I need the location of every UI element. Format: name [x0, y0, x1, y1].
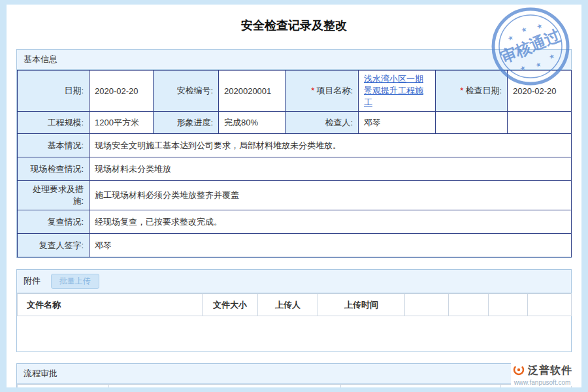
project-name-label: *项目名称:: [286, 71, 359, 112]
table-row: 日期: 2020-02-20 安检编号: 2020020001 *项目名称: 浅…: [18, 71, 572, 112]
col-file-name: 文件名称: [18, 294, 203, 316]
site-check-value: 现场材料未分类堆放: [90, 157, 572, 181]
project-name-label-text: 项目名称:: [316, 86, 353, 95]
empty-cell: [508, 112, 572, 134]
approval-table: 流程节点 审批意见 提交人 提交时间: [17, 384, 572, 387]
attachments-section: 附件 批量上传 文件名称 文件大小 上传人 上传时间: [16, 269, 572, 352]
site-check-label: 现场检查情况:: [18, 157, 90, 181]
basic-info-table: 日期: 2020-02-20 安检编号: 2020020001 *项目名称: 浅…: [17, 70, 572, 257]
check-date-label: *检查日期:: [436, 71, 508, 112]
check-date-value: 2020-02-20: [508, 71, 572, 112]
empty-column: [489, 294, 528, 316]
table-row: 工程规模: 1200平方米 形象进度: 完成80% 检查人: 邓琴: [18, 112, 572, 134]
scale-value: 1200平方米: [90, 112, 154, 134]
table-row: 复查情况: 经现场复查，已按要求整改完成。: [18, 210, 572, 234]
attachments-empty-area: [17, 316, 571, 351]
attachments-header-bar: 附件 批量上传: [17, 270, 571, 293]
check-date-label-text: 检查日期:: [465, 86, 502, 95]
batch-upload-button[interactable]: 批量上传: [51, 274, 99, 289]
required-mark: *: [311, 86, 314, 95]
col-file-size: 文件大小: [203, 294, 258, 316]
page-title: 安全检查记录及整改: [7, 5, 581, 49]
col-uploader: 上传人: [258, 294, 318, 316]
measures-value: 施工现场材料必须分类堆放整齐并覆盖: [90, 181, 572, 210]
empty-column: [405, 294, 449, 316]
brand-url: www.fanpusoft.com: [512, 379, 572, 386]
brand-footer: 泛普软件 www.fanpusoft.com: [511, 363, 574, 386]
date-label: 日期:: [18, 71, 90, 112]
table-row: 基本情况: 现场安全文明施工基本达到公司要求，局部材料堆放未分类堆放。: [18, 134, 572, 157]
date-value: 2020-02-20: [90, 71, 154, 112]
inspection-no-value: 2020020001: [219, 71, 286, 112]
measures-label: 处理要求及措施:: [18, 181, 90, 210]
attachments-table: 文件名称 文件大小 上传人 上传时间: [17, 293, 572, 316]
basic-info-section: 基本信息 日期: 2020-02-20 安检编号: 2020020001 *项目…: [16, 49, 572, 258]
inspection-no-label: 安检编号:: [154, 71, 219, 112]
signature-label: 复查人签字:: [18, 234, 90, 257]
empty-column: [449, 294, 489, 316]
project-name-value: 浅水湾小区一期景观提升工程施工: [359, 71, 436, 112]
basic-info-header: 基本信息: [17, 50, 571, 70]
col-flow-node: 流程节点: [18, 385, 109, 388]
required-mark: *: [460, 86, 463, 95]
attachments-header-row: 文件名称 文件大小 上传人 上传时间: [18, 294, 572, 316]
table-row: 现场检查情况: 现场材料未分类堆放: [18, 157, 572, 181]
table-row: 处理要求及措施: 施工现场材料必须分类堆放整齐并覆盖: [18, 181, 572, 210]
approval-header: 流程审批: [17, 364, 571, 384]
content: 基本信息 日期: 2020-02-20 安检编号: 2020020001 *项目…: [7, 49, 581, 387]
col-submitter: 提交人: [341, 385, 501, 388]
empty-column: [528, 294, 572, 316]
scale-label: 工程规模:: [18, 112, 90, 134]
situation-value: 现场安全文明施工基本达到公司要求，局部材料堆放未分类堆放。: [90, 134, 572, 157]
recheck-label: 复查情况:: [18, 210, 90, 234]
situation-label: 基本情况:: [18, 134, 90, 157]
col-approval-opinion: 审批意见: [109, 385, 341, 388]
fanpu-logo-icon: [512, 363, 525, 378]
progress-value: 完成80%: [219, 112, 286, 134]
project-name-link[interactable]: 浅水湾小区一期景观提升工程施工: [364, 74, 423, 107]
signature-value: 邓琴: [90, 234, 572, 257]
approval-section: 流程审批 流程节点 审批意见 提交人 提交时间: [16, 363, 572, 387]
progress-label: 形象进度:: [154, 112, 219, 134]
attachments-header: 附件: [24, 276, 41, 286]
inspector-value: 邓琴: [359, 112, 436, 134]
page: 安全检查记录及整改 审核通过 ★ ★ ★ ★ ★ ★ 基本信息: [7, 5, 581, 387]
approval-header-row: 流程节点 审批意见 提交人 提交时间: [18, 385, 572, 388]
col-upload-time: 上传时间: [318, 294, 405, 316]
brand-name: 泛普软件: [528, 364, 572, 378]
table-row: 复查人签字: 邓琴: [18, 234, 572, 257]
empty-cell: [436, 112, 508, 134]
recheck-value: 经现场复查，已按要求整改完成。: [90, 210, 572, 234]
inspector-label: 检查人:: [286, 112, 359, 134]
